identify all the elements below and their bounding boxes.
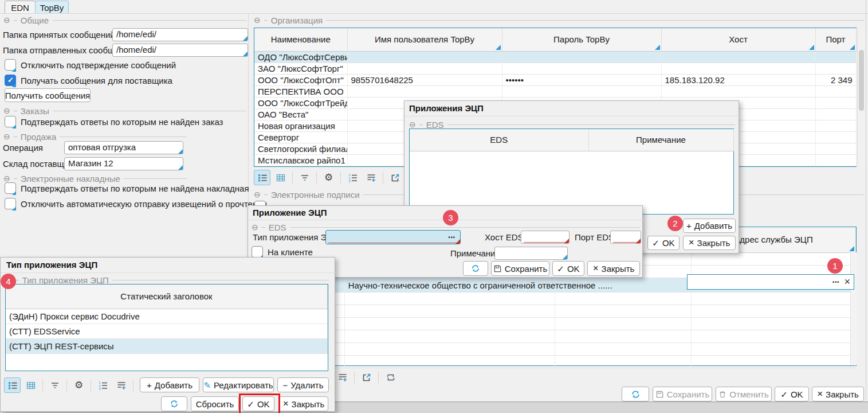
eds-type-delete-label: Удалить: [290, 380, 323, 390]
eds-apps-ok-button[interactable]: ✓ OK: [647, 236, 680, 250]
service-table-scrollbar[interactable]: [850, 252, 857, 365]
operation-input[interactable]: оптовая отгрузка: [64, 141, 183, 154]
footer-cancel-button[interactable]: Отменить: [716, 387, 772, 402]
eds-type-reset-button[interactable]: Сбросить: [191, 396, 239, 411]
service-address-editor[interactable]: ••• ×: [687, 274, 854, 290]
eds-type-edit-button[interactable]: ✎ Редактировать: [203, 377, 274, 392]
table-row[interactable]: ОДО "ЛюксСофтСервис": [254, 51, 856, 63]
grid-view-icon[interactable]: [272, 170, 289, 185]
confirm-no-invoice-checkbox[interactable]: [5, 182, 16, 194]
collapse-icon[interactable]: ⊖: [3, 16, 10, 24]
open-external-icon[interactable]: [358, 369, 375, 385]
table-row-selected[interactable]: (СТТ) ЭЦП REST-сервисы: [6, 338, 328, 353]
table-row[interactable]: (ЭДиН) Прокси сервис Docudrive: [6, 309, 328, 324]
eds-apps-close-button[interactable]: × Закрыть: [683, 236, 736, 250]
org-table-scrollbar[interactable]: [857, 28, 865, 166]
eds-app-save-label: Сохранить: [505, 264, 548, 274]
footer-ok-button[interactable]: ✓ OK: [775, 387, 809, 402]
collapse-icon[interactable]: ⊖: [252, 223, 258, 231]
on-client-checkbox[interactable]: [252, 246, 263, 258]
collapse-icon[interactable]: ⊖: [3, 107, 10, 115]
org-col-user[interactable]: Имя пользователя TopBy: [347, 28, 502, 51]
numbered-list-icon[interactable]: 123: [344, 170, 361, 185]
get-messages-button[interactable]: Получить сообщения: [5, 88, 91, 102]
tab-topby[interactable]: TopBy: [35, 1, 69, 14]
add-to-list-icon[interactable]: [334, 369, 351, 385]
eds-app-close-button[interactable]: × Закрыть: [587, 261, 640, 276]
open-external-icon[interactable]: [387, 170, 403, 185]
table-row[interactable]: [330, 317, 856, 330]
clear-icon[interactable]: ×: [844, 276, 850, 288]
eds-app-refresh-button[interactable]: [463, 261, 488, 276]
ellipsis-button[interactable]: •••: [449, 235, 455, 240]
confirm-no-order-checkbox[interactable]: [5, 116, 16, 127]
eds-type-add-button[interactable]: + Добавить: [140, 377, 199, 392]
eds-col[interactable]: EDS: [410, 129, 588, 151]
eds-type-delete-button[interactable]: − Удалить: [277, 377, 329, 392]
add-to-list-icon[interactable]: [113, 377, 129, 393]
table-row[interactable]: [330, 292, 856, 305]
eds-type-table: Статический заголовок (ЭДиН) Прокси серв…: [5, 284, 328, 371]
group-orders-label: Заказы: [21, 106, 49, 116]
table-row[interactable]: [330, 330, 856, 342]
warehouse-input[interactable]: Магазин 12: [64, 157, 183, 170]
table-row[interactable]: [330, 305, 856, 317]
table-row[interactable]: [330, 342, 856, 355]
eds-app-save-button[interactable]: Сохранить: [491, 261, 549, 276]
table-row[interactable]: [330, 355, 856, 368]
eds-host-field[interactable]: [521, 231, 569, 244]
received-folder-input[interactable]: /home/edi/: [112, 28, 248, 41]
table-row[interactable]: (СТТ) EDSService: [6, 324, 328, 338]
note-col[interactable]: Примечание: [588, 129, 733, 151]
table-empty-body[interactable]: [6, 353, 328, 371]
list-view-icon[interactable]: [254, 170, 270, 185]
footer-close-button[interactable]: × Закрыть: [812, 387, 864, 402]
eds-type-close-button[interactable]: × Закрыть: [279, 396, 328, 411]
scrollbar-thumb[interactable]: [859, 50, 864, 111]
static-header-col[interactable]: Статический заголовок: [6, 285, 328, 309]
sort-arrow-icon: [809, 45, 814, 50]
filter-icon[interactable]: [46, 377, 63, 393]
group-sales-label: Продажа: [21, 132, 57, 142]
check-icon: ✓: [780, 390, 788, 399]
org-col-host[interactable]: Хост: [661, 28, 815, 51]
gear-icon[interactable]: ⚙: [70, 377, 87, 393]
collapse-icon[interactable]: ⊖: [3, 133, 10, 141]
add-to-list-icon[interactable]: [363, 170, 379, 185]
eds-apps-close-label: Закрыть: [697, 238, 730, 248]
numbered-list-icon[interactable]: 123: [95, 377, 111, 393]
collapse-icon[interactable]: ⊖: [3, 174, 10, 182]
reload-icon[interactable]: [382, 369, 399, 385]
eds-note-field[interactable]: [494, 247, 568, 260]
sent-folder-input[interactable]: /home/edi/: [112, 44, 248, 57]
disable-read-notice-checkbox[interactable]: [5, 198, 16, 209]
grid-view-icon[interactable]: [22, 377, 39, 393]
eds-app-ok-button[interactable]: ✓ OK: [552, 261, 584, 276]
eds-port-field[interactable]: [610, 231, 641, 244]
table-row[interactable]: ПЕРСПЕКТИВА ООО: [254, 85, 856, 97]
filter-icon[interactable]: [296, 170, 313, 185]
table-empty-body[interactable]: [410, 151, 733, 214]
table-row[interactable]: ЗАО "ЛюксСофтТорг": [254, 63, 856, 74]
disable-confirm-checkbox[interactable]: [5, 59, 16, 71]
ellipsis-button[interactable]: •••: [832, 279, 839, 285]
list-view-icon[interactable]: [4, 377, 21, 393]
tab-edn[interactable]: EDN: [5, 1, 36, 14]
on-client-label: На клиенте: [268, 247, 313, 257]
eds-apps-add-button[interactable]: + Добавить: [683, 219, 736, 233]
receive-supplier-checkbox[interactable]: [5, 75, 16, 86]
footer-refresh-button[interactable]: [622, 387, 649, 402]
check-icon: ✓: [557, 264, 564, 273]
eds-type-refresh-button[interactable]: [161, 396, 187, 411]
footer-save-button[interactable]: Сохранить: [653, 387, 712, 402]
collapse-icon[interactable]: ⊖: [409, 120, 416, 128]
collapse-icon[interactable]: ⊖: [254, 190, 261, 198]
org-col-password[interactable]: Пароль TopBy: [502, 28, 661, 51]
table-row[interactable]: ООО "ЛюксСофтОпт"9855701648225••••••185.…: [254, 74, 856, 85]
org-col-port[interactable]: Порт: [815, 28, 856, 51]
gear-icon[interactable]: ⚙: [320, 170, 337, 185]
window-right-edge: [866, 0, 866, 402]
eds-type-field[interactable]: •••: [325, 230, 461, 244]
collapse-icon[interactable]: ⊖: [254, 16, 261, 24]
org-col-name[interactable]: Наименование: [254, 28, 347, 51]
